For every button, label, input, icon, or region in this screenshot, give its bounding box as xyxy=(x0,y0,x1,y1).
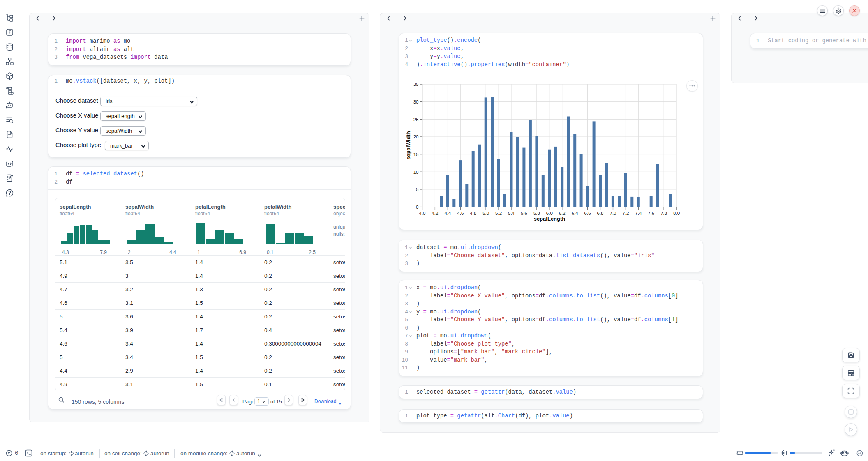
svg-text:4.2: 4.2 xyxy=(432,211,438,216)
svg-text:7.2: 7.2 xyxy=(622,211,629,216)
svg-text:5.0: 5.0 xyxy=(482,211,489,216)
svg-text:5.4: 5.4 xyxy=(508,211,515,216)
svg-text:7.8: 7.8 xyxy=(660,211,667,216)
svg-text:20: 20 xyxy=(413,134,419,139)
svg-text:6.8: 6.8 xyxy=(597,211,604,216)
svg-text:sepalLength: sepalLength xyxy=(534,216,566,222)
svg-text:8.0: 8.0 xyxy=(673,211,680,216)
svg-text:4.6: 4.6 xyxy=(457,211,464,216)
svg-text:25: 25 xyxy=(413,117,419,122)
svg-text:6.6: 6.6 xyxy=(584,211,591,216)
svg-text:5.2: 5.2 xyxy=(495,211,502,216)
svg-text:4.0: 4.0 xyxy=(419,211,426,216)
svg-text:5.8: 5.8 xyxy=(533,211,540,216)
svg-text:35: 35 xyxy=(413,82,419,87)
svg-text:6.2: 6.2 xyxy=(559,211,566,216)
svg-text:7.0: 7.0 xyxy=(610,211,616,216)
svg-text:15: 15 xyxy=(413,152,419,157)
svg-text:sepalWidth: sepalWidth xyxy=(405,131,411,159)
svg-text:10: 10 xyxy=(413,170,419,175)
svg-text:4.4: 4.4 xyxy=(444,211,451,216)
svg-text:5: 5 xyxy=(416,187,418,192)
svg-text:0: 0 xyxy=(416,205,418,210)
svg-text:7.6: 7.6 xyxy=(648,211,654,216)
svg-text:7.4: 7.4 xyxy=(635,211,642,216)
svg-text:6.0: 6.0 xyxy=(546,211,553,216)
svg-text:4.8: 4.8 xyxy=(470,211,476,216)
svg-text:5.6: 5.6 xyxy=(521,211,527,216)
svg-text:30: 30 xyxy=(413,99,419,104)
svg-text:6.4: 6.4 xyxy=(572,211,579,216)
